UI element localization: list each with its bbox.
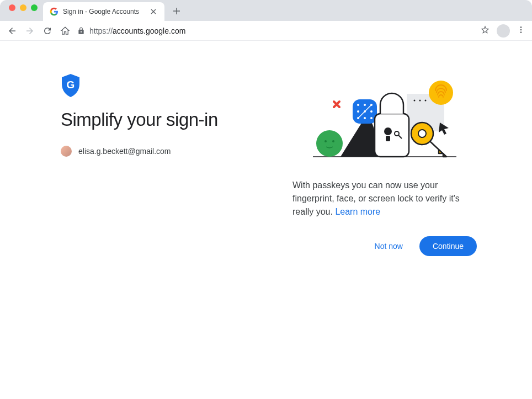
svg-point-8 (425, 100, 427, 102)
continue-button[interactable]: Continue (419, 236, 477, 256)
reload-button[interactable] (42, 25, 53, 36)
google-favicon (50, 7, 58, 16)
browser-chrome: Sign in - Google Accounts https://accoun… (0, 0, 532, 41)
back-button[interactable] (7, 25, 18, 36)
home-button[interactable] (60, 25, 71, 36)
svg-point-20 (364, 117, 366, 119)
svg-point-10 (324, 140, 327, 142)
new-tab-button[interactable] (169, 3, 184, 19)
svg-point-30 (429, 81, 453, 105)
svg-point-0 (520, 26, 522, 28)
not-now-button[interactable]: Not now (365, 236, 413, 256)
svg-point-16 (357, 110, 359, 113)
button-row: Not now Continue (292, 236, 477, 256)
profile-button[interactable] (497, 24, 510, 38)
google-shield-icon: G (61, 74, 81, 97)
right-column: With passkeys you can now use your finge… (292, 74, 477, 256)
svg-point-11 (332, 140, 334, 142)
menu-button[interactable] (517, 25, 525, 36)
svg-point-24 (384, 127, 392, 135)
svg-point-29 (418, 130, 426, 137)
window-close-button[interactable] (9, 4, 15, 11)
window-minimize-button[interactable] (20, 4, 26, 11)
tab-close-icon[interactable] (149, 7, 158, 16)
tab-bar: Sign in - Google Accounts (0, 0, 532, 21)
svg-text:G: G (67, 79, 75, 91)
passkey-illustration (302, 74, 467, 162)
browser-tab[interactable]: Sign in - Google Accounts (43, 2, 164, 21)
page-title: Simplify your sign-in (61, 109, 270, 130)
svg-point-13 (357, 104, 359, 106)
svg-point-7 (419, 100, 421, 102)
description-text: With passkeys you can now use your finge… (292, 179, 477, 219)
forward-button[interactable] (24, 25, 35, 36)
bookmark-button[interactable] (480, 25, 490, 37)
svg-point-9 (316, 130, 343, 157)
window-controls (7, 4, 43, 17)
svg-point-18 (370, 110, 373, 113)
tab-title: Sign in - Google Accounts (63, 8, 145, 15)
svg-rect-25 (386, 136, 390, 141)
window-maximize-button[interactable] (31, 4, 38, 11)
address-bar: https://accounts.google.com (0, 21, 532, 41)
user-identity-row: elisa.g.beckett@gmail.com (61, 146, 270, 157)
svg-point-14 (364, 104, 366, 106)
svg-rect-23 (375, 114, 409, 157)
left-column: G Simplify your sign-in elisa.g.beckett@… (61, 74, 270, 256)
svg-point-1 (520, 29, 522, 30)
user-email: elisa.g.beckett@gmail.com (78, 147, 171, 156)
url-bar[interactable]: https://accounts.google.com (77, 26, 474, 35)
avatar (61, 146, 72, 157)
svg-point-6 (414, 100, 416, 102)
page-content: G Simplify your sign-in elisa.g.beckett@… (0, 41, 532, 256)
learn-more-link[interactable]: Learn more (335, 207, 380, 216)
lock-icon (77, 27, 85, 35)
url-text: https://accounts.google.com (89, 26, 185, 35)
svg-point-2 (520, 31, 522, 33)
svg-point-21 (370, 117, 373, 119)
